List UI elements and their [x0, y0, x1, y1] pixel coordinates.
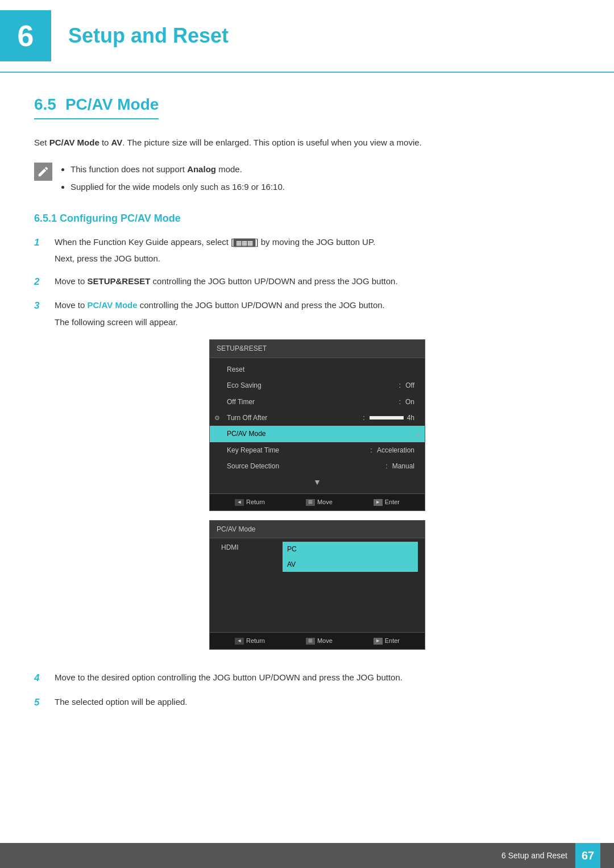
section-title: 6.5PC/AV Mode: [34, 95, 159, 119]
step-num-2: 2: [34, 274, 47, 290]
section-number: 6.5: [34, 95, 56, 113]
option-pc: PC: [283, 542, 418, 556]
menu-item-offtimer: Off Timer : On: [210, 394, 425, 410]
hdmi-label: HDMI: [221, 542, 278, 553]
step-1-content: When the Function Key Guide appears, sel…: [55, 235, 580, 266]
menu-item-reset: Reset: [210, 362, 425, 377]
chapter-header: 6 Setup and Reset: [0, 0, 614, 73]
screen1: SETUP&RESET Reset Eco Saving : Off: [209, 339, 425, 511]
subsection-title-text: Configuring PC/AV Mode: [60, 213, 181, 224]
step-3: 3 Move to PC/AV Mode controlling the JOG…: [34, 298, 580, 662]
screen2: PC/AV Mode HDMI PC AV: [209, 520, 425, 650]
step-5: 5 The selected option will be applied.: [34, 695, 580, 711]
step-2: 2 Move to SETUP&RESET controlling the JO…: [34, 274, 580, 290]
gear-icon: ⚙: [214, 413, 220, 423]
move-icon: ⊞: [306, 499, 315, 506]
intro-paragraph: Set PC/AV Mode to AV. The picture size w…: [34, 135, 580, 150]
screen1-menu: Reset Eco Saving : Off Off Timer : On: [210, 358, 425, 494]
return-icon: ◄: [235, 499, 244, 506]
footer-return-1: ◄ Return: [235, 497, 265, 508]
chapter-number: 6: [0, 10, 51, 61]
step-num-1: 1: [34, 235, 47, 266]
step-num-5: 5: [34, 695, 47, 711]
option-av: AV: [283, 557, 418, 572]
menu-item-sourcedetect: Source Detection : Manual: [210, 458, 425, 474]
page-footer: 6 Setup and Reset 67: [0, 843, 614, 868]
footer-return-2: ◄ Return: [235, 636, 265, 646]
step-num-3: 3: [34, 298, 47, 662]
screen1-footer: ◄ Return ⊞ Move ► Enter: [210, 493, 425, 510]
footer-chapter-label: 6 Setup and Reset: [501, 851, 567, 860]
pcav-mode-bold-2: PC/AV Mode: [88, 300, 138, 310]
footer-page-num: 67: [575, 843, 600, 868]
footer-move-2: ⊞ Move: [306, 636, 333, 646]
step-4: 4 Move to the desired option controlling…: [34, 670, 580, 687]
submenu-hdmi: HDMI PC AV: [210, 538, 425, 575]
main-content: 6.5PC/AV Mode Set PC/AV Mode to AV. The …: [0, 95, 614, 711]
enter-icon: ►: [374, 499, 383, 506]
menu-item-turnoffafter: ⚙ Turn Off After : 4h: [210, 410, 425, 426]
hdmi-options: PC AV: [278, 542, 418, 572]
step-3-content: Move to PC/AV Mode controlling the JOG b…: [55, 298, 580, 662]
footer-enter-2: ► Enter: [374, 636, 400, 646]
screen1-title: SETUP&RESET: [210, 340, 425, 358]
note-item-1: This function does not support Analog mo…: [70, 161, 285, 177]
footer-enter-1: ► Enter: [374, 497, 400, 508]
menu-item-pcav: PC/AV Mode ▸: [210, 426, 425, 442]
chapter-title: Setup and Reset: [68, 24, 229, 48]
setup-reset-bold: SETUP&RESET: [88, 276, 151, 286]
screen2-submenu: HDMI PC AV: [210, 538, 425, 632]
step-1: 1 When the Function Key Guide appears, s…: [34, 235, 580, 266]
arrow-right-icon: ▸: [417, 429, 420, 439]
step-1-sub: Next, press the JOG button.: [55, 251, 580, 266]
steps-list: 1 When the Function Key Guide appears, s…: [34, 235, 580, 711]
note-item-2: Supplied for the wide models only such a…: [70, 179, 285, 194]
subsection-title: 6.5.1 Configuring PC/AV Mode: [34, 213, 580, 225]
chapter-num-text: 6: [18, 19, 34, 53]
menu-item-keyrepeat: Key Repeat Time : Acceleration: [210, 442, 425, 458]
note-icon: [34, 163, 52, 181]
step-3-sub: The following screen will appear.: [55, 315, 580, 330]
step-1-text: When the Function Key Guide appears, sel…: [55, 237, 375, 247]
enter-icon-2: ►: [374, 638, 383, 645]
footer-move-1: ⊞ Move: [306, 497, 333, 508]
menu-item-eco: Eco Saving : Off: [210, 377, 425, 393]
step-2-content: Move to SETUP&RESET controlling the JOG …: [55, 274, 580, 290]
step-num-4: 4: [34, 670, 47, 687]
step-5-content: The selected option will be applied.: [55, 695, 580, 711]
note-list: This function does not support Analog mo…: [60, 161, 285, 197]
submenu-spacer: [210, 575, 425, 632]
screen2-footer: ◄ Return ⊞ Move ► Enter: [210, 632, 425, 649]
section-title-text: PC/AV Mode: [65, 95, 159, 113]
screen-mockups: SETUP&RESET Reset Eco Saving : Off: [55, 339, 580, 649]
return-icon-2: ◄: [235, 638, 244, 645]
note-box: This function does not support Analog mo…: [34, 161, 580, 197]
screen2-title: PC/AV Mode: [210, 521, 425, 538]
progress-bar: [370, 416, 404, 420]
analog-bold: Analog: [187, 164, 216, 174]
move-icon-2: ⊞: [306, 638, 315, 645]
pcav-mode-bold: PC/AV Mode: [49, 138, 99, 147]
subsection-number: 6.5.1: [34, 213, 57, 224]
down-arrow-indicator: ▼: [210, 475, 425, 491]
av-bold: AV: [111, 138, 123, 147]
step-4-content: Move to the desired option controlling t…: [55, 670, 580, 687]
pencil-icon: [37, 165, 49, 178]
